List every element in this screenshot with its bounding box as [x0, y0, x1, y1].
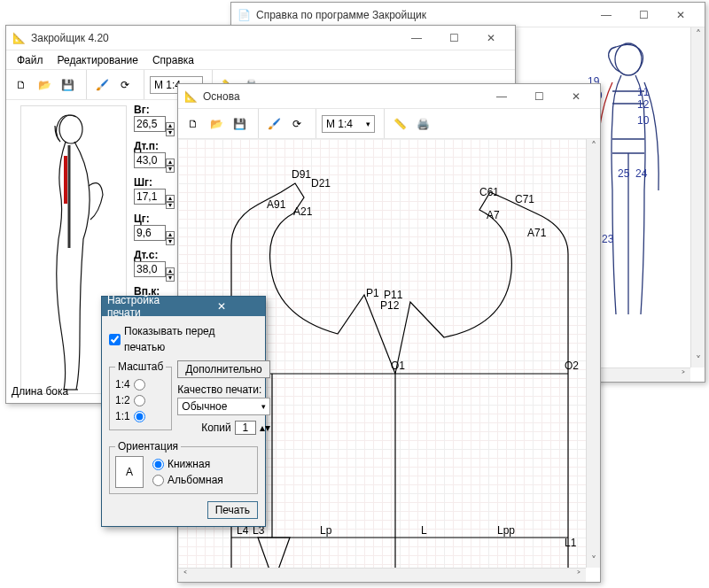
main-app-icon: 📐: [12, 31, 26, 45]
svg-text:O1: O1: [391, 360, 405, 372]
print-dialog-titlebar[interactable]: Настройка печати ✕: [102, 297, 265, 316]
menu-edit[interactable]: Редактирование: [51, 52, 145, 68]
svg-text:L: L: [421, 524, 427, 537]
scale-1-1-radio[interactable]: 1:1: [115, 408, 166, 424]
svg-text:L1: L1: [565, 537, 577, 549]
main-title: Закройщик 4.20: [31, 32, 398, 44]
show-before-print-check[interactable]: Показывать перед печатью: [109, 323, 258, 355]
draw-app-icon: 📐: [183, 89, 198, 104]
help-scroll-v[interactable]: ˄ ˅: [690, 27, 705, 368]
open-icon[interactable]: 📂: [35, 75, 54, 95]
main-max-button[interactable]: ☐: [435, 27, 472, 50]
menu-file[interactable]: Файл: [10, 52, 51, 68]
orient-portrait-radio[interactable]: Книжная: [152, 456, 223, 472]
print-icon[interactable]: 🖨️: [413, 114, 432, 134]
orientation-fieldset: Ориентация A Книжная Альбомная: [109, 440, 258, 494]
step-down[interactable]: ▾: [166, 275, 175, 282]
scroll-left-icon[interactable]: ˂: [178, 569, 192, 583]
scale-1-4-radio[interactable]: 1:4: [115, 376, 166, 392]
main-titlebar[interactable]: 📐 Закройщик 4.20 ― ☐ ✕: [6, 26, 515, 50]
svg-text:O2: O2: [565, 360, 579, 372]
svg-text:D91: D91: [292, 168, 311, 181]
brush-icon[interactable]: 🖌️: [92, 75, 112, 95]
step-down[interactable]: ▾: [166, 129, 175, 136]
main-foot-label: Длина бока: [12, 385, 68, 398]
draw-toolbar: 🗋 📂 💾 🖌️ ⟳ М 1:4▾ 📏 🖨️: [178, 109, 600, 139]
svg-text:A7: A7: [487, 209, 500, 221]
scroll-down-icon[interactable]: ˅: [587, 553, 601, 568]
draw-titlebar[interactable]: 📐 Основа ― ☐ ✕: [178, 84, 600, 109]
help-title: Справка по программе Закройщик: [256, 9, 588, 21]
measure-input[interactable]: [134, 152, 166, 168]
print-dialog-title: Настройка печати: [107, 294, 183, 319]
help-app-icon: 📄: [237, 8, 251, 22]
orientation-icon: A: [115, 456, 144, 488]
save-icon[interactable]: 💾: [230, 114, 249, 134]
draw-min-button[interactable]: ―: [483, 85, 520, 108]
draw-close-button[interactable]: ✕: [557, 85, 595, 108]
chevron-down-icon: ▾: [366, 120, 370, 128]
step-down[interactable]: ▾: [166, 238, 175, 245]
chevron-down-icon: ▾: [261, 402, 266, 411]
print-button[interactable]: Печать: [207, 501, 258, 519]
save-icon[interactable]: 💾: [58, 75, 77, 95]
orient-landscape-radio[interactable]: Альбомная: [152, 472, 223, 488]
open-icon[interactable]: 📂: [206, 114, 226, 134]
draw-scale-select[interactable]: М 1:4▾: [322, 115, 375, 133]
copies-down[interactable]: ▾: [265, 422, 270, 434]
draw-scroll-v[interactable]: ˄ ˅: [586, 139, 600, 568]
measure-icon[interactable]: 📏: [390, 114, 409, 134]
menu-help[interactable]: Справка: [145, 52, 201, 68]
measure-input[interactable]: [134, 116, 166, 132]
help-close-button[interactable]: ✕: [662, 4, 699, 27]
svg-text:P1: P1: [366, 287, 379, 299]
print-dialog: Настройка печати ✕ Показывать перед печа…: [101, 296, 266, 527]
scroll-right-icon[interactable]: ˃: [572, 569, 586, 583]
step-down[interactable]: ▾: [166, 166, 175, 173]
help-max-button[interactable]: ☐: [625, 4, 662, 27]
svg-text:Lp: Lp: [320, 524, 332, 537]
svg-text:A91: A91: [267, 198, 286, 211]
step-down[interactable]: ▾: [166, 202, 175, 209]
brush-icon[interactable]: 🖌️: [264, 114, 284, 134]
svg-point-6: [59, 115, 82, 143]
main-close-button[interactable]: ✕: [472, 27, 510, 50]
copies-label: Копий: [201, 422, 231, 434]
print-dialog-close-button[interactable]: ✕: [183, 295, 260, 318]
refresh-icon[interactable]: ⟳: [115, 75, 135, 95]
main-menubar: Файл Редактирование Справка: [6, 50, 515, 70]
print-dialog-body: Показывать перед печатью Масштаб 1:4 1:2…: [102, 316, 265, 526]
draw-title: Основа: [203, 90, 483, 103]
svg-text:C61: C61: [479, 186, 499, 198]
draw-max-button[interactable]: ☐: [520, 85, 557, 108]
new-icon[interactable]: 🗋: [12, 75, 31, 95]
more-button[interactable]: Дополнительно: [177, 360, 269, 378]
svg-text:A71: A71: [527, 227, 547, 239]
scroll-up-icon[interactable]: ˄: [691, 27, 705, 42]
draw-scroll-h[interactable]: ˂ ˃: [178, 568, 586, 582]
svg-text:P12: P12: [380, 299, 400, 312]
help-min-button[interactable]: ―: [588, 4, 625, 27]
scale-fieldset: Масштаб 1:4 1:2 1:1: [109, 360, 172, 430]
svg-text:Lpp: Lpp: [497, 524, 515, 537]
scroll-down-icon[interactable]: ˅: [691, 353, 705, 368]
svg-text:C71: C71: [515, 193, 534, 205]
scroll-right-icon[interactable]: ˃: [676, 368, 690, 383]
measure-input[interactable]: [134, 189, 166, 205]
svg-text:D21: D21: [311, 177, 331, 190]
refresh-icon[interactable]: ⟳: [287, 114, 307, 134]
main-min-button[interactable]: ―: [398, 27, 435, 50]
quality-label: Качество печати:: [177, 383, 269, 396]
new-icon[interactable]: 🗋: [183, 114, 203, 134]
measure-input[interactable]: [134, 261, 166, 277]
copies-input[interactable]: [235, 421, 256, 435]
svg-text:A21: A21: [293, 205, 313, 218]
measure-input[interactable]: [134, 225, 166, 241]
help-titlebar[interactable]: 📄 Справка по программе Закройщик ― ☐ ✕: [231, 3, 705, 27]
quality-select[interactable]: Обычное▾: [177, 398, 269, 415]
scroll-up-icon[interactable]: ˄: [587, 139, 601, 153]
scale-1-2-radio[interactable]: 1:2: [115, 392, 166, 408]
